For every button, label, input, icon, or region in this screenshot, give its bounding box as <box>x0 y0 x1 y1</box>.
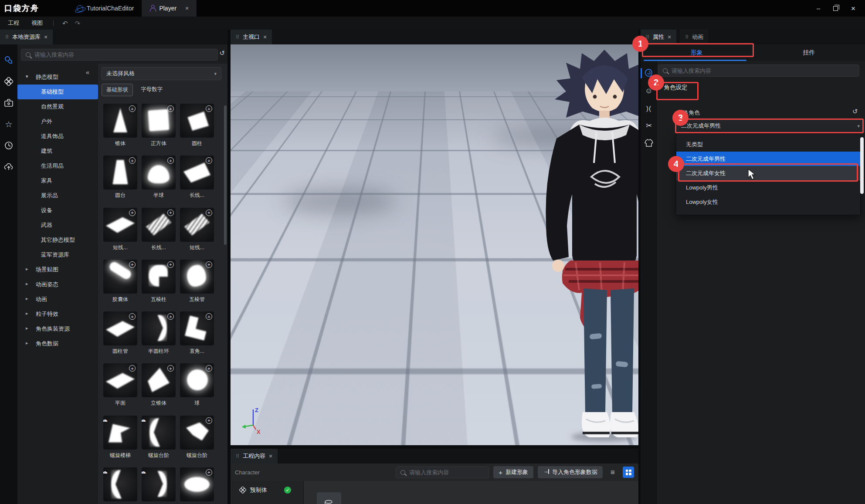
menu-view[interactable]: 视图 <box>25 19 49 27</box>
tree-item[interactable]: 设备 <box>17 203 98 218</box>
search-input[interactable] <box>34 51 213 58</box>
asset-item[interactable]: 螺旋台阶 <box>142 416 176 460</box>
caret-right-icon[interactable] <box>26 281 28 286</box>
zoom-plus-icon[interactable] <box>206 313 212 320</box>
drag-handle-icon[interactable] <box>236 35 239 40</box>
refresh-icon[interactable] <box>219 50 225 56</box>
tree-item[interactable]: 展示品 <box>17 188 98 203</box>
asset-item[interactable]: 直角... <box>180 311 214 355</box>
drag-handle-icon[interactable] <box>5 35 9 40</box>
option-lowpoly-female[interactable]: Lowpoly女性 <box>676 195 860 209</box>
zoom-plus-icon[interactable] <box>129 261 136 268</box>
tree-item[interactable]: 家具 <box>17 173 98 188</box>
zoom-plus-icon[interactable] <box>167 105 174 112</box>
zoom-plus-icon[interactable] <box>129 210 136 216</box>
asset-item[interactable]: 圆柱 <box>180 104 214 148</box>
tree-item[interactable]: 静态模型 <box>17 70 98 85</box>
zoom-plus-icon[interactable] <box>167 313 174 320</box>
asset-item[interactable]: 圆柱管 <box>103 311 137 355</box>
properties-search[interactable] <box>658 64 859 77</box>
cloud-upload-icon[interactable] <box>3 162 14 172</box>
minimize-icon[interactable] <box>817 5 820 11</box>
option-none[interactable]: 无类型 <box>676 137 860 152</box>
close-icon[interactable] <box>44 34 47 40</box>
asset-item[interactable]: 五棱柱 <box>142 260 176 304</box>
search-input[interactable] <box>409 469 486 476</box>
drag-handle-icon[interactable] <box>236 454 239 459</box>
caret-down-icon[interactable] <box>26 74 28 79</box>
recent-clock-icon[interactable] <box>3 140 14 151</box>
tree-item[interactable]: 建筑 <box>17 144 98 159</box>
style-filter-dropdown[interactable]: 未选择风格 <box>102 67 221 80</box>
tree-item[interactable]: 蓝军资源库 <box>17 247 98 262</box>
tree-item[interactable]: 粒子特效 <box>17 307 98 321</box>
toolbox-icon[interactable] <box>3 98 14 108</box>
asset-item[interactable]: 锥体 <box>103 104 137 148</box>
close-icon[interactable] <box>185 5 189 11</box>
list-view-icon[interactable] <box>607 467 618 478</box>
tree-item-selected[interactable]: 基础模型 <box>17 85 98 99</box>
tree-item[interactable]: 武器 <box>17 218 98 233</box>
reset-icon[interactable] <box>852 108 858 115</box>
menu-project[interactable]: 工程 <box>0 19 25 27</box>
subtab-accessory[interactable]: 挂件 <box>753 44 865 61</box>
zoom-plus-icon[interactable] <box>206 105 212 112</box>
caret-right-icon[interactable] <box>26 267 28 271</box>
tree-item[interactable]: 自然景观 <box>17 99 98 114</box>
drag-handle-icon[interactable] <box>685 35 689 40</box>
zoom-plus-icon[interactable] <box>206 210 212 216</box>
character-model[interactable] <box>495 46 638 443</box>
redo-icon[interactable] <box>75 20 81 27</box>
favorites-star-icon[interactable] <box>3 119 14 129</box>
restore-icon[interactable] <box>833 6 838 11</box>
tab-player[interactable]: Player <box>142 0 197 17</box>
dropdown-scrollbar[interactable] <box>860 137 864 194</box>
asset-item[interactable]: 长线... <box>142 208 176 252</box>
asset-item[interactable]: 螺旋楼梯 <box>103 416 137 460</box>
caret-right-icon[interactable] <box>26 311 28 316</box>
prefab-node[interactable]: 预制体 <box>231 481 303 494</box>
tab-project-content[interactable]: 工程内容 <box>231 449 278 463</box>
zoom-plus-icon[interactable] <box>167 210 174 216</box>
asset-item[interactable]: 胶囊体 <box>103 260 137 304</box>
tree-item[interactable]: 角色换装资源 <box>17 321 98 336</box>
caret-right-icon[interactable] <box>26 326 28 331</box>
caret-right-icon[interactable] <box>26 341 28 345</box>
close-window-icon[interactable] <box>851 5 855 12</box>
asset-item[interactable]: 短线... <box>103 208 137 252</box>
tree-item[interactable]: 户外 <box>17 114 98 129</box>
search-input[interactable] <box>672 68 855 74</box>
resource-search[interactable] <box>21 49 218 61</box>
zoom-plus-icon[interactable] <box>206 469 212 476</box>
tree-item[interactable]: 场景贴图 <box>17 262 98 277</box>
asset-item[interactable]: 半圆柱环 <box>142 311 176 355</box>
avatar-data-item[interactable] <box>317 492 341 504</box>
tab-letters-numbers[interactable]: 字母数字 <box>136 84 167 96</box>
tab-tutorialchaeditor[interactable]: TutorialChaEditor <box>69 0 142 17</box>
undo-icon[interactable] <box>62 20 68 27</box>
asset-item[interactable]: 五棱管 <box>180 260 214 304</box>
body-shape-icon[interactable]: )( <box>642 102 655 114</box>
tree-item[interactable]: 角色数据 <box>17 336 98 351</box>
haircut-icon[interactable] <box>642 119 655 132</box>
asset-item[interactable]: 短线... <box>180 208 214 252</box>
asset-item[interactable]: 圆台 <box>103 156 137 200</box>
tab-local-resource-library[interactable]: 本地资源库 <box>0 30 53 44</box>
import-avatar-data-button[interactable]: 导入角色形象数据 <box>538 466 603 478</box>
asset-item[interactable]: 球 <box>180 363 214 407</box>
option-lowpoly-male[interactable]: Lowpoly男性 <box>676 180 860 195</box>
zoom-plus-icon[interactable] <box>206 261 212 268</box>
scrollbar[interactable] <box>224 105 227 245</box>
asset-item[interactable] <box>103 467 137 504</box>
tab-main-viewport[interactable]: 主视口 <box>231 30 272 44</box>
asset-item[interactable]: 半球 <box>142 156 176 200</box>
close-icon[interactable] <box>668 34 671 40</box>
asset-item[interactable]: 长线... <box>180 156 214 200</box>
project-search[interactable] <box>396 467 489 478</box>
tree-item[interactable]: 动画 <box>17 292 98 307</box>
close-icon[interactable] <box>263 34 267 40</box>
zoom-plus-icon[interactable] <box>129 105 136 112</box>
tab-basic-shapes[interactable]: 基础形状 <box>102 84 133 96</box>
asset-item[interactable] <box>142 467 176 504</box>
new-avatar-button[interactable]: 新建形象 <box>493 466 533 478</box>
